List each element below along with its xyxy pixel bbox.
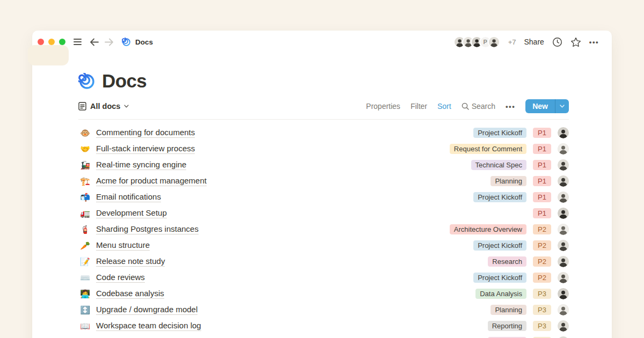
doc-row[interactable]: 📖 Workspace team decision log Reporting …: [78, 318, 569, 334]
doc-title-link[interactable]: Commenting for documents: [96, 128, 195, 138]
doc-row[interactable]: 🧯 Sharding Postgres instances Architectu…: [78, 221, 569, 237]
doc-type-tag: Planning: [491, 176, 526, 186]
doc-title-link[interactable]: Acme for product management: [96, 176, 207, 186]
properties-button[interactable]: Properties: [366, 102, 400, 111]
doc-list: 🐵 Commenting for documents Project Kicko…: [78, 124, 569, 338]
docs-spiral-logo: [78, 73, 96, 90]
search-icon: [462, 102, 469, 110]
priority-badge: P1: [533, 176, 551, 186]
doc-emoji-icon: 🚛: [78, 209, 92, 217]
minimize-window-button[interactable]: [48, 39, 55, 45]
doc-row[interactable]: 🐸 Performance review feedback Research P…: [78, 334, 569, 338]
doc-title-link[interactable]: Full-stack interview process: [96, 144, 195, 154]
doc-title-link[interactable]: Release note study: [96, 256, 165, 267]
assignee-avatar: [558, 175, 569, 187]
doc-row[interactable]: 🐵 Commenting for documents Project Kicko…: [78, 124, 569, 141]
priority-badge: P3: [533, 305, 551, 315]
doc-emoji-icon: 🧯: [78, 225, 92, 233]
priority-badge: P1: [533, 160, 551, 170]
doc-title-link[interactable]: Code reviews: [96, 273, 145, 283]
forward-arrow-icon[interactable]: [105, 38, 114, 46]
doc-row[interactable]: 📝 Release note study Research P2: [78, 253, 569, 269]
window-more-options-icon[interactable]: •••: [589, 38, 599, 46]
doc-type-tag: Request for Comment: [450, 144, 526, 154]
doc-row[interactable]: 📬 Email notifications Project Kickoff P1: [78, 189, 569, 205]
priority-badge: P2: [533, 273, 551, 283]
priority-badge: P1: [533, 128, 551, 138]
avatar[interactable]: [488, 36, 500, 48]
chevron-down-icon: [560, 105, 565, 108]
doc-emoji-icon: 🥕: [78, 241, 92, 249]
search-button[interactable]: Search: [462, 102, 495, 111]
doc-emoji-icon: 📬: [78, 193, 92, 201]
assignee-avatar: [558, 143, 569, 155]
doc-emoji-icon: 🏗️: [78, 177, 92, 185]
doc-emoji-icon: 📝: [78, 258, 92, 266]
doc-row[interactable]: 🥕 Menu structure Project Kickoff P2: [78, 237, 569, 253]
doc-emoji-icon: 👩‍💻: [78, 290, 92, 298]
doc-title-link[interactable]: Development Setup: [96, 208, 167, 218]
doc-emoji-icon: 🚂: [78, 161, 92, 169]
member-avatar-stack[interactable]: P: [453, 36, 500, 48]
priority-badge: P2: [533, 224, 551, 234]
assignee-avatar: [558, 127, 569, 138]
doc-title-link[interactable]: Sharding Postgres instances: [96, 224, 199, 234]
page-title: Docs: [102, 70, 147, 92]
doc-row[interactable]: ↕️ Upgrade / downgrade model Planning P3: [78, 302, 569, 318]
doc-type-tag: Data Analysis: [475, 289, 526, 299]
document-list-icon: [78, 102, 86, 111]
doc-emoji-icon: ↕️: [78, 306, 92, 314]
share-button[interactable]: Share: [524, 38, 544, 46]
assignee-avatar: [558, 224, 569, 235]
doc-row[interactable]: 👩‍💻 Codebase analysis Data Analysis P3: [78, 285, 569, 302]
close-window-button[interactable]: [38, 39, 44, 45]
assignee-avatar: [558, 272, 569, 283]
doc-title-link[interactable]: Codebase analysis: [96, 289, 164, 299]
sort-button[interactable]: Sort: [437, 102, 451, 111]
doc-row[interactable]: 🏗️ Acme for product management Planning …: [78, 173, 569, 189]
new-doc-dropdown[interactable]: [555, 99, 569, 113]
maximize-window-button[interactable]: [59, 39, 65, 45]
view-selector-label: All docs: [90, 102, 120, 111]
assignee-avatar: [558, 256, 569, 267]
doc-row[interactable]: 🚛 Development Setup P1: [78, 205, 569, 221]
decorative-blob: [28, 45, 69, 65]
assignee-avatar: [558, 288, 569, 299]
back-arrow-icon[interactable]: [90, 38, 99, 46]
updates-clock-icon[interactable]: [552, 37, 562, 47]
doc-emoji-icon: 🐵: [78, 129, 92, 137]
chevron-down-icon: [124, 105, 129, 108]
member-overflow-count[interactable]: +7: [508, 38, 516, 46]
doc-row[interactable]: ⌨️ Code reviews Project Kickoff P2: [78, 269, 569, 285]
doc-type-tag: Project Kickoff: [473, 240, 526, 251]
doc-title-link[interactable]: Workspace team decision log: [96, 321, 201, 331]
doc-title-link[interactable]: Real-time syncing engine: [96, 160, 186, 170]
doc-type-tag: Planning: [491, 305, 526, 315]
window-titlebar: Docs P +7 Share •••: [32, 31, 612, 53]
favorite-star-icon[interactable]: [570, 37, 581, 47]
doc-title-link[interactable]: Upgrade / downgrade model: [96, 305, 197, 315]
doc-title-link[interactable]: Email notifications: [96, 192, 161, 202]
doc-type-tag: Project Kickoff: [473, 192, 526, 202]
priority-badge: P3: [533, 289, 551, 299]
filter-button[interactable]: Filter: [411, 102, 427, 111]
new-doc-label[interactable]: New: [525, 99, 555, 113]
window-title: Docs: [135, 38, 153, 46]
view-more-options-icon[interactable]: •••: [506, 102, 515, 111]
view-bar: All docs Properties Filter Sort Search •…: [78, 99, 569, 120]
priority-badge: P1: [533, 144, 551, 154]
view-selector[interactable]: All docs: [78, 102, 129, 111]
doc-title-link[interactable]: Menu structure: [96, 240, 150, 251]
doc-type-tag: Architecture Overview: [450, 224, 526, 234]
doc-type-tag: Project Kickoff: [473, 273, 526, 283]
sidebar-toggle-icon[interactable]: [74, 39, 82, 45]
priority-badge: P3: [533, 321, 551, 331]
priority-badge: P1: [533, 208, 551, 218]
doc-row[interactable]: 🚂 Real-time syncing engine Technical Spe…: [78, 157, 569, 173]
page-header: Docs: [78, 68, 569, 92]
doc-emoji-icon: 📖: [78, 322, 92, 330]
traffic-lights: [38, 39, 65, 45]
doc-row[interactable]: 🤝 Full-stack interview process Request f…: [78, 141, 569, 157]
new-doc-button[interactable]: New: [525, 99, 569, 113]
docs-spiral-logo-small: [122, 38, 131, 47]
